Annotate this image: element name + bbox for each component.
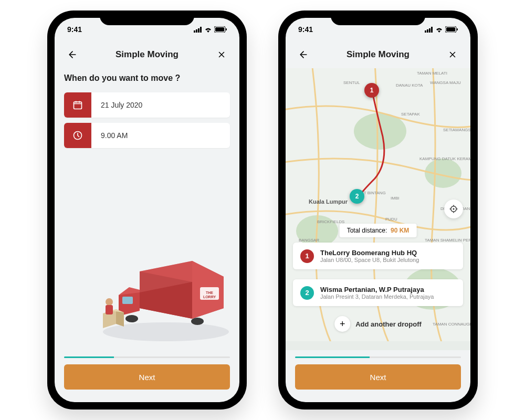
route-line (333, 84, 427, 205)
map-area[interactable]: SENTUL DANAU KOTA WANGSA MAJU SETAPAK KA… (286, 68, 470, 350)
stop-card-2[interactable]: 2 Wisma Pertanian, W.P Putrajaya Jalan P… (293, 279, 463, 306)
time-input[interactable]: 9.00 AM (64, 123, 230, 148)
svg-rect-29 (429, 28, 430, 33)
stop-title-1: TheLorry Boomerang Hub HQ (320, 249, 456, 257)
bottom-area: Next (286, 350, 470, 402)
distance-value: 90 KM (391, 227, 409, 234)
arrow-left-icon (67, 49, 78, 60)
status-time: 9:41 (67, 25, 82, 34)
notch (331, 10, 425, 25)
crosshair-icon (449, 204, 458, 214)
date-value: 21 July 2020 (91, 92, 230, 118)
close-icon (217, 50, 226, 59)
svg-point-55 (453, 208, 455, 210)
time-value: 9.00 AM (91, 123, 230, 148)
header: Simple Moving (55, 41, 239, 68)
svg-text:TAMAN SHAMELIN PERKASA: TAMAN SHAMELIN PERKASA (425, 238, 470, 243)
header-title: Simple Moving (346, 49, 410, 60)
phone-mockup-1: 9:41 Simple Moving When do you want to m… (47, 10, 247, 410)
date-input[interactable]: 21 July 2020 (64, 92, 230, 118)
battery-icon (445, 26, 458, 33)
svg-point-17 (125, 315, 138, 322)
svg-rect-3 (200, 27, 202, 33)
add-dropoff[interactable]: + Add another dropoff (334, 316, 422, 332)
status-time: 9:41 (298, 25, 313, 34)
stop-number-1: 1 (300, 249, 314, 263)
svg-rect-27 (425, 30, 426, 33)
next-button[interactable]: Next (295, 364, 461, 390)
phone-mockup-2: 9:41 Simple Moving (278, 10, 478, 410)
svg-rect-6 (226, 28, 227, 30)
truck-illustration: THE LORRY (87, 240, 234, 345)
progress-bar (64, 356, 230, 358)
move-question: When do you want to move ? (64, 74, 230, 83)
svg-text:LORRY: LORRY (203, 295, 216, 299)
clock-icon (64, 123, 91, 148)
signal-icon (425, 27, 433, 33)
progress-bar (295, 356, 461, 358)
close-button[interactable] (445, 47, 460, 62)
close-button[interactable] (214, 47, 229, 62)
plus-icon: + (334, 316, 350, 332)
locate-button[interactable] (444, 200, 463, 218)
back-button[interactable] (65, 47, 80, 62)
svg-rect-16 (122, 297, 133, 304)
stop-subtitle-1: Jalan U8/00, Space U8, Bukit Jelutong (320, 257, 456, 263)
svg-rect-2 (198, 28, 200, 33)
battery-icon (214, 26, 227, 33)
header: Simple Moving (286, 41, 470, 68)
map-pin-2[interactable]: 2 (350, 189, 364, 204)
city-label: Kuala Lumpur (309, 198, 348, 205)
svg-rect-1 (196, 29, 197, 33)
svg-text:BANGSAR: BANGSAR (299, 238, 319, 243)
svg-text:TAMAN CONNAUGHT: TAMAN CONNAUGHT (433, 322, 470, 327)
distance-badge: Total distance: 90 KM (340, 224, 417, 237)
svg-text:THE: THE (206, 291, 213, 295)
svg-rect-0 (194, 30, 195, 33)
svg-text:PUDU: PUDU (385, 217, 397, 222)
back-button[interactable] (296, 47, 311, 62)
close-icon (448, 50, 457, 59)
stop-subtitle-2: Jalan Presint 3, Dataran Merdeka, Putraj… (320, 293, 456, 300)
status-icons (425, 26, 458, 33)
bottom-area: Next (55, 350, 239, 402)
content-area: When do you want to move ? 21 July 2020 … (55, 68, 239, 350)
screen-2: 9:41 Simple Moving (286, 18, 470, 402)
wifi-icon (435, 27, 443, 33)
stop-card-1[interactable]: 1 TheLorry Boomerang Hub HQ Jalan U8/00,… (293, 243, 463, 269)
svg-text:WANGSA MAJU: WANGSA MAJU (430, 80, 461, 85)
header-title: Simple Moving (116, 49, 178, 60)
svg-rect-7 (74, 102, 82, 109)
svg-point-25 (106, 298, 113, 306)
svg-text:SETIAWANGSA: SETIAWANGSA (443, 128, 470, 132)
svg-rect-26 (106, 305, 113, 314)
svg-rect-28 (427, 29, 428, 33)
svg-point-18 (191, 318, 204, 325)
next-button[interactable]: Next (64, 364, 230, 390)
svg-rect-32 (446, 27, 455, 32)
wifi-icon (204, 27, 212, 33)
signal-icon (194, 27, 202, 33)
svg-rect-30 (431, 27, 433, 33)
screen-1: 9:41 Simple Moving When do you want to m… (55, 18, 239, 402)
stop-number-2: 2 (300, 286, 314, 300)
add-dropoff-label: Add another dropoff (355, 320, 422, 328)
svg-text:TAMAN MELATI: TAMAN MELATI (417, 71, 447, 76)
notch (100, 10, 194, 25)
calendar-icon (64, 92, 91, 118)
stop-title-2: Wisma Pertanian, W.P Putrajaya (320, 286, 456, 293)
svg-rect-5 (215, 27, 224, 32)
status-icons (194, 26, 227, 33)
distance-label: Total distance: (347, 227, 387, 234)
svg-rect-33 (457, 28, 458, 30)
arrow-left-icon (298, 49, 309, 60)
map-pin-1[interactable]: 1 (364, 83, 379, 98)
